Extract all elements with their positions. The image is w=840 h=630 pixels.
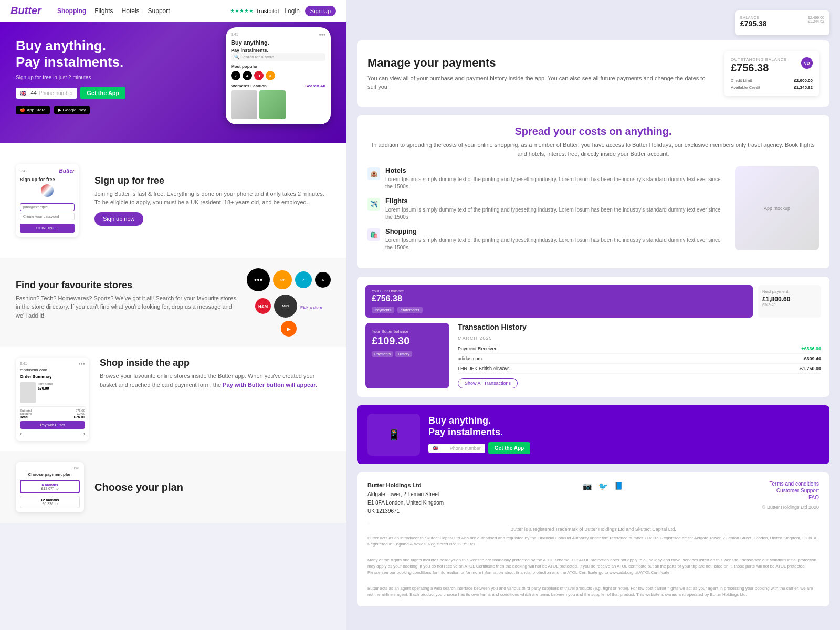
continue-button[interactable]: CONTINUE	[20, 224, 75, 233]
signup-button-main[interactable]: Sign up now	[94, 212, 143, 226]
stores-content: Find your favourite stores Fashion? Tech…	[16, 280, 236, 326]
plan-heading: Choose your plan	[94, 481, 183, 494]
store-zara-bubble: Z	[295, 271, 312, 288]
password-field[interactable]	[20, 213, 75, 220]
trans-payments-tab[interactable]: Payments	[372, 351, 393, 357]
trans-amount: £109.30	[372, 335, 443, 347]
stores-section: Find your favourite stores Fashion? Tech…	[0, 258, 346, 347]
stores-bubbles-container: ●●● am Z A H&M M&S Pick a store ▶	[247, 268, 331, 337]
payments-tab[interactable]: Payments	[372, 307, 394, 313]
plan-option-1[interactable]: 6 months £12.67/mo	[20, 480, 80, 494]
cta-get-app-button[interactable]: Get the App	[488, 442, 530, 454]
right-column: Balance £795.38 £2,499.00 £1,244.62 Mana…	[346, 0, 840, 630]
back-btn[interactable]: ‹	[20, 431, 22, 437]
facebook-icon[interactable]: 📘	[613, 481, 624, 491]
forward-btn[interactable]: ›	[83, 431, 85, 437]
footer-divider	[368, 522, 819, 522]
butter-bar: Your Butter balance £756.38 Payments Sta…	[365, 285, 821, 318]
trustpilot-label: Trustpilot	[256, 8, 279, 14]
spread-mockup: App mockup	[735, 166, 819, 250]
hotels-title: Hotels	[385, 166, 727, 174]
footer-trademark: Butter is a registered Trademark of Butt…	[368, 527, 819, 532]
trans-row-2: adidas.com -£309.40	[458, 354, 821, 364]
instagram-icon[interactable]: 📷	[582, 481, 592, 491]
shopping-title: Shopping	[385, 227, 727, 235]
hero-cta-button[interactable]: Get the App	[80, 87, 125, 99]
available-credit-row: Available Credit £1,345.62	[731, 85, 813, 90]
signup-button[interactable]: Sign Up	[305, 6, 336, 16]
spread-flights: ✈️ Flights Lorem Ipsum is simply dummy t…	[368, 197, 727, 221]
store-hm: H	[254, 71, 264, 80]
footer: Butter Holdings Ltd Aldgate Tower, 2 Lem…	[357, 472, 830, 606]
flights-icon: ✈️	[368, 198, 380, 211]
manage-content: Manage your payments You can view all of…	[368, 56, 714, 91]
hero-phone-input[interactable]: 🇬🇧 +44 Phone number	[16, 88, 77, 99]
navigation: Butter Shopping Flights Hotels Support ★…	[0, 0, 346, 22]
footer-links: Terms and conditions Customer Support FA…	[762, 481, 819, 510]
show-all-button[interactable]: Show All Transactions	[458, 378, 518, 388]
app-store-badge[interactable]: 🍎 App Store	[16, 106, 50, 114]
spread-shopping: 🛍️ Shopping Lorem Ipsum is simply dummy …	[368, 227, 727, 251]
trans-title: Transaction History	[458, 323, 821, 331]
login-button[interactable]: Login	[284, 7, 299, 15]
plan-option-2[interactable]: 12 months £6.33/mo	[20, 496, 80, 508]
shop-mockup: 9:41 ●●● martinélia.com Order Summary It…	[16, 358, 89, 441]
nav-shopping[interactable]: Shopping	[57, 7, 86, 15]
footer-legal-2: Many of the flights and flights includes…	[368, 557, 819, 576]
footer-legal-1: Butter acts as an introducer to Skutect …	[368, 535, 819, 548]
cta-phone-input[interactable]: 🇬🇧 +44 Phone number	[428, 444, 485, 453]
credit-limit-row: Credit Limit £2,000.00	[731, 78, 813, 83]
manage-heading: Manage your payments	[368, 56, 714, 70]
trans-balance-card: Your Butter balance £109.30 Payments His…	[365, 323, 449, 388]
hero-section: Buy anything. Pay instalments. Sign up f…	[0, 22, 346, 143]
hotels-text: Lorem Ipsum is simply dummy text of the …	[385, 176, 727, 191]
transaction-section: Your Butter balance £756.38 Payments Sta…	[357, 277, 830, 397]
shop-section: 9:41 ●●● martinélia.com Order Summary It…	[0, 347, 346, 452]
trans-row-1: Payment Received +£336.00	[458, 344, 821, 354]
fashion-img-2	[259, 90, 286, 119]
signup-text: Joining Butter is fast & free. Everythin…	[94, 190, 331, 207]
email-field[interactable]	[20, 203, 75, 211]
twitter-icon[interactable]: 🐦	[597, 481, 608, 491]
trustpilot-badge: ★★★★★ Trustpilot	[230, 8, 279, 14]
store-adidas: A	[243, 71, 252, 80]
google-play-badge[interactable]: ▶ Google Play	[54, 106, 90, 114]
shopping-text: Lorem Ipsum is simply dummy text of the …	[385, 237, 727, 251]
signup-logo: Butter	[59, 168, 75, 174]
support-link[interactable]: Customer Support	[762, 488, 819, 494]
payment-schedule: Next payment £1,800.60 £949.40	[758, 285, 821, 318]
butter-amount: £756.38	[372, 294, 747, 303]
phone-search[interactable]: 🔍 Search for a store	[231, 53, 326, 61]
store-other-bubble: ▶	[281, 321, 297, 337]
transaction-inner: Your Butter balance £109.30 Payments His…	[365, 323, 821, 388]
plan-mockup-title: Choose payment plan	[20, 472, 80, 477]
top-balance-amount: £795.38	[740, 19, 767, 28]
pick-store-link[interactable]: Pick a store	[300, 305, 322, 310]
nav-support[interactable]: Support	[148, 7, 170, 15]
pay-butter-link[interactable]: Pay with Butter button will appear.	[223, 382, 317, 388]
faq-link[interactable]: FAQ	[762, 495, 819, 500]
plan-mockup: 9:41 Choose payment plan 6 months £12.67…	[16, 462, 84, 512]
trans-history-tab[interactable]: History	[395, 351, 412, 357]
terms-link[interactable]: Terms and conditions	[762, 481, 819, 487]
phone-store-icons: Z A H a ...	[231, 71, 326, 80]
spread-section: Spread your costs on anything. In additi…	[357, 115, 830, 268]
top-balance-card-container: Balance £795.38 £2,499.00 £1,244.62	[357, 10, 830, 35]
copyright: © Butter Holdings Ltd 2020	[762, 505, 819, 510]
vd-avatar: VD	[801, 57, 813, 69]
nav-links: Shopping Flights Hotels Support	[57, 7, 170, 15]
pay-with-butter-btn[interactable]: Pay with Butter	[20, 421, 85, 429]
butter-balance-display: Your Butter balance £756.38 Payments Sta…	[365, 285, 753, 318]
store-adidas2-bubble: A	[315, 272, 331, 288]
nav-logo: Butter	[10, 5, 41, 17]
trust-stars: ★★★★★	[230, 8, 254, 14]
stores-grid: Find your favourite stores Fashion? Tech…	[16, 268, 331, 337]
flag-container	[20, 184, 75, 200]
footer-top: Butter Holdings Ltd Aldgate Tower, 2 Lem…	[368, 481, 819, 516]
nav-flights[interactable]: Flights	[94, 7, 113, 15]
statements-tab[interactable]: Statements	[397, 307, 422, 313]
phone-fashion-label: Women's Fashion Search All	[231, 83, 326, 88]
spread-items: 🏨 Hotels Lorem Ipsum is simply dummy tex…	[368, 166, 727, 258]
nav-hotels[interactable]: Hotels	[122, 7, 140, 15]
plan-section: 9:41 Choose payment plan 6 months £12.67…	[0, 452, 346, 523]
